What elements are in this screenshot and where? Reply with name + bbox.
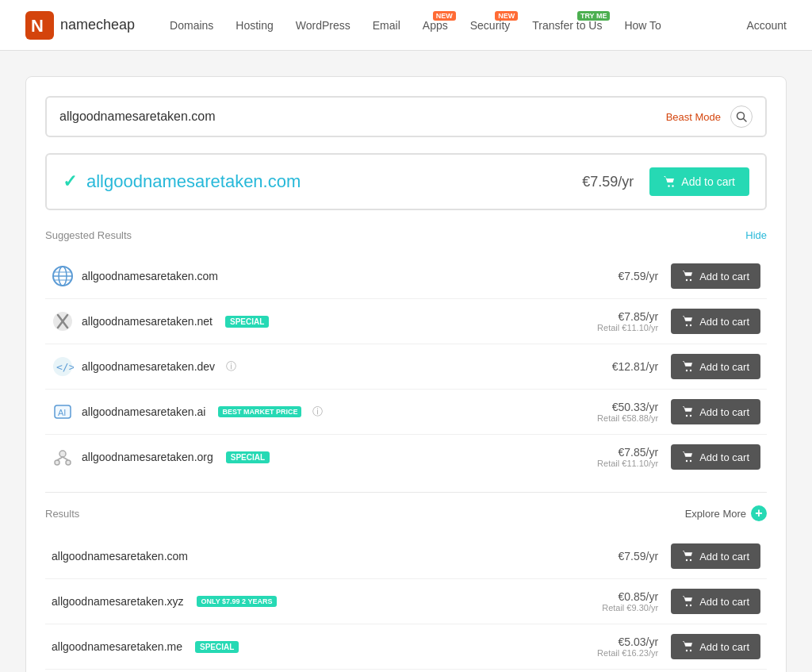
featured-left: ✓ allgoodnamesaretaken.com — [63, 171, 301, 192]
svg-point-11 — [686, 279, 688, 281]
domain-right: €7.85/yr Retail €11.10/yr Add to cart — [587, 444, 760, 470]
domain-badge: SPECIAL — [226, 451, 270, 463]
add-to-cart-button[interactable]: Add to cart — [671, 399, 760, 424]
cart-icon — [682, 405, 695, 418]
suggested-rows: allgoodnamesaretaken.com €7.59/yr Add to… — [45, 254, 767, 479]
section-divider — [45, 492, 767, 493]
add-to-cart-button[interactable]: Add to cart — [671, 543, 760, 569]
domain-badge: BEST MARKET PRICE — [218, 406, 301, 417]
svg-point-33 — [686, 559, 688, 561]
add-to-cart-button[interactable]: Add to cart — [671, 634, 760, 659]
svg-line-30 — [63, 457, 68, 460]
domain-right: €5.03/yr Retail €16.23/yr Add to cart — [587, 634, 760, 659]
cart-icon — [682, 360, 695, 373]
featured-right: €7.59/yr Add to cart — [582, 167, 749, 196]
price-retail: Retail €9.30/yr — [587, 603, 658, 612]
svg-line-3 — [744, 119, 747, 122]
price-block: €12.81/yr — [587, 360, 658, 373]
cart-icon — [682, 550, 695, 563]
cart-icon — [682, 595, 695, 608]
domain-right: €50.33/yr Retail €58.88/yr Add to cart — [587, 399, 760, 424]
svg-point-4 — [668, 185, 670, 186]
results-rows: allgoodnamesaretaken.com €7.59/yr Add to… — [45, 534, 767, 672]
price-main: €50.33/yr — [587, 401, 658, 413]
info-icon[interactable]: ⓘ — [226, 359, 236, 374]
price-main: €7.59/yr — [587, 550, 658, 563]
add-to-cart-button[interactable]: Add to cart — [671, 309, 760, 334]
suggested-row: </> allgoodnamesaretaken.dev ⓘ €12.81/yr… — [45, 344, 767, 390]
price-retail: Retail €11.10/yr — [587, 323, 658, 332]
add-to-cart-button[interactable]: Add to cart — [671, 354, 760, 379]
domain-left: allgoodnamesaretaken.com — [52, 265, 587, 287]
domain-left: allgoodnamesaretaken.com — [52, 550, 587, 563]
security-badge: NEW — [495, 11, 518, 21]
tld-icon: </> — [52, 355, 74, 378]
price-main: €7.59/yr — [587, 270, 658, 282]
domain-left: allgoodnamesaretaken.org SPECIAL — [52, 446, 587, 468]
cart-icon — [682, 315, 695, 328]
domain-left: allgoodnamesaretaken.xyz ONLY $7.99 2 YE… — [52, 595, 587, 608]
search-input[interactable] — [59, 109, 666, 124]
domain-name: allgoodnamesaretaken.net — [82, 315, 213, 328]
price-block: €7.85/yr Retail €11.10/yr — [587, 310, 658, 332]
add-to-cart-button[interactable]: Add to cart — [671, 444, 760, 470]
logo[interactable]: N namecheap — [25, 11, 135, 40]
nav-item-howto[interactable]: How To — [615, 13, 670, 38]
nav-item-transfer[interactable]: Transfer to Us TRY ME — [523, 13, 611, 38]
info-icon[interactable]: ⓘ — [312, 405, 323, 419]
search-button[interactable] — [730, 106, 753, 128]
price-block: €7.59/yr — [587, 270, 658, 282]
domain-name: allgoodnamesaretaken.me — [52, 640, 182, 653]
nav-item-apps[interactable]: Apps NEW — [413, 13, 458, 38]
svg-point-24 — [686, 415, 688, 417]
add-to-cart-button[interactable]: Add to cart — [671, 589, 760, 614]
featured-domain: allgoodnamesaretaken.com — [86, 171, 301, 192]
price-main: €0.85/yr — [587, 590, 658, 603]
logo-text: namecheap — [60, 17, 135, 33]
svg-point-28 — [66, 460, 71, 465]
nav-item-wordpress[interactable]: WordPress — [286, 13, 360, 38]
svg-point-25 — [690, 415, 691, 417]
domain-badge: SPECIAL — [225, 316, 269, 328]
svg-point-20 — [686, 370, 688, 371]
svg-text:AI: AI — [58, 408, 66, 417]
explore-plus-icon: + — [751, 505, 767, 521]
results-row: allgoodnamesaretaken.com €7.59/yr Add to… — [45, 534, 767, 579]
domain-right: €7.85/yr Retail €11.10/yr Add to cart — [587, 309, 760, 334]
add-to-cart-button[interactable]: Add to cart — [671, 263, 760, 289]
domain-name: allgoodnamesaretaken.dev — [82, 360, 215, 373]
price-main: €7.85/yr — [587, 310, 658, 323]
logo-icon: N — [25, 11, 54, 40]
domain-badge: SPECIAL — [195, 641, 239, 653]
nav-account[interactable]: Account — [746, 19, 787, 32]
nav-item-security[interactable]: Security NEW — [461, 13, 520, 38]
main-content: Beast Mode ✓ allgoodnamesaretaken.com €7… — [25, 76, 787, 672]
price-main: €5.03/yr — [587, 636, 658, 648]
tld-icon — [52, 265, 74, 287]
results-row: allgoodnamesaretaken.xyz ONLY $7.99 2 YE… — [45, 579, 767, 624]
price-block: €5.03/yr Retail €16.23/yr — [587, 636, 658, 658]
tld-icon — [52, 310, 74, 332]
nav-item-hosting[interactable]: Hosting — [226, 13, 282, 38]
domain-name: allgoodnamesaretaken.org — [82, 451, 213, 463]
svg-point-21 — [690, 370, 691, 371]
price-retail: Retail €11.10/yr — [587, 459, 658, 468]
featured-add-to-cart-button[interactable]: Add to cart — [649, 167, 749, 196]
svg-point-17 — [690, 324, 691, 326]
price-retail: Retail €16.23/yr — [587, 648, 658, 658]
domain-right: €12.81/yr Add to cart — [587, 354, 760, 379]
explore-more-button[interactable]: Explore More + — [685, 505, 767, 521]
beast-mode-button[interactable]: Beast Mode — [666, 111, 721, 123]
suggested-hide-button[interactable]: Hide — [745, 229, 767, 241]
domain-right: €7.59/yr Add to cart — [587, 263, 760, 289]
results-row: allgoodnamesaretaken.me SPECIAL €5.03/yr… — [45, 624, 767, 670]
nav-item-domains[interactable]: Domains — [160, 13, 223, 38]
svg-point-37 — [686, 650, 688, 651]
suggested-row: allgoodnamesaretaken.org SPECIAL €7.85/y… — [45, 435, 767, 479]
price-block: €7.85/yr Retail €11.10/yr — [587, 446, 658, 468]
svg-point-16 — [686, 324, 688, 326]
nav-item-email[interactable]: Email — [363, 13, 410, 38]
domain-name: allgoodnamesaretaken.ai — [82, 405, 205, 418]
suggested-row: allgoodnamesaretaken.net SPECIAL €7.85/y… — [45, 299, 767, 344]
results-section-header: Results Explore More + — [45, 505, 767, 524]
